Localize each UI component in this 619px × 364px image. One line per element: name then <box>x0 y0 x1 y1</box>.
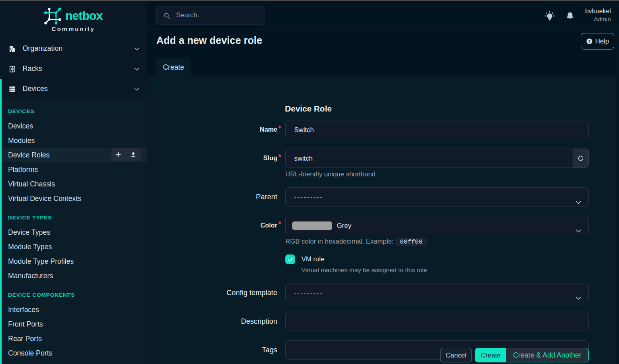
svg-text:?: ? <box>588 39 591 43</box>
